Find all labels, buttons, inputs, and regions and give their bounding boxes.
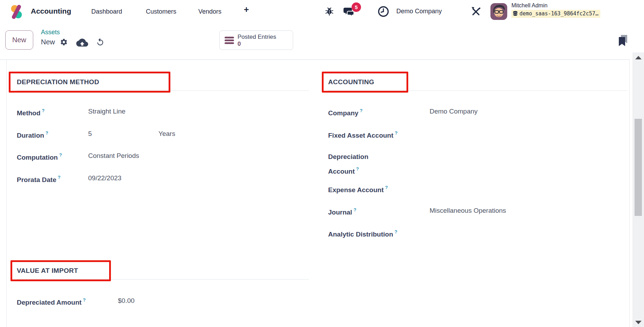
- tools-icon[interactable]: [470, 6, 481, 17]
- user-avatar[interactable]: [490, 3, 507, 20]
- field-label-company: Company?: [328, 107, 363, 118]
- user-name[interactable]: Mitchell Admin: [511, 2, 547, 9]
- posted-entries-count: 0: [238, 41, 241, 47]
- activities-clock-icon[interactable]: [377, 6, 389, 17]
- field-label-depreciation-account: Depreciation Account?: [328, 150, 400, 178]
- debug-bug-icon[interactable]: [325, 7, 334, 16]
- help-icon[interactable]: ?: [354, 207, 356, 212]
- company-switcher[interactable]: Demo Company: [396, 8, 442, 15]
- field-label-duration: Duration?: [17, 129, 48, 140]
- field-label-depreciated-amount: Depreciated Amount?: [17, 296, 86, 307]
- field-value-computation[interactable]: Constant Periods: [88, 151, 139, 160]
- help-icon[interactable]: ?: [45, 130, 48, 136]
- message-count-badge[interactable]: 5: [352, 2, 361, 12]
- help-icon[interactable]: ?: [395, 130, 398, 136]
- form-sheet: [6, 60, 630, 327]
- field-value-depreciated-amount[interactable]: $0.00: [118, 296, 135, 305]
- field-value-analytic-distribution[interactable]: [430, 228, 562, 237]
- database-name: demo_saas-163_9864fc2c57…: [519, 10, 599, 17]
- help-icon[interactable]: ?: [356, 166, 359, 172]
- field-value-journal[interactable]: Miscellaneous Operations: [430, 206, 506, 215]
- field-label-expense-account: Expense Account?: [328, 184, 388, 195]
- discard-undo-icon[interactable]: [96, 38, 105, 46]
- field-value-depreciation-account[interactable]: [430, 150, 562, 159]
- nav-add-menu-button[interactable]: +: [244, 5, 249, 15]
- help-icon[interactable]: ?: [395, 229, 397, 234]
- journal-entries-icon: [225, 36, 234, 44]
- nav-menu-customers[interactable]: Customers: [146, 8, 176, 15]
- breadcrumb: New: [41, 37, 105, 47]
- field-value-fixed-asset-account[interactable]: [430, 129, 562, 138]
- help-icon[interactable]: ?: [58, 175, 61, 180]
- app-name: Accounting: [31, 7, 71, 15]
- scrollbar-up-arrow[interactable]: [635, 56, 642, 59]
- scrollbar-down-arrow[interactable]: [635, 321, 642, 324]
- posted-entries-button[interactable]: Posted Entries 0: [219, 30, 293, 50]
- help-icon[interactable]: ?: [385, 185, 388, 190]
- breadcrumb-assets[interactable]: Assets: [41, 29, 60, 36]
- odoo-logo-icon[interactable]: [9, 5, 23, 19]
- field-label-prorata-date: Prorata Date?: [17, 174, 61, 184]
- field-label-analytic-distribution: Analytic Distribution?: [328, 228, 397, 239]
- field-value-method[interactable]: Straight Line: [88, 107, 126, 116]
- breadcrumb-current: New: [41, 38, 55, 46]
- section-title-value-at-import: VALUE AT IMPORT: [17, 267, 309, 279]
- posted-entries-label: Posted Entries: [238, 34, 276, 40]
- database-icon: [513, 11, 518, 16]
- gear-icon[interactable]: [60, 38, 68, 46]
- new-button[interactable]: New: [5, 30, 33, 50]
- field-label-journal: Journal?: [328, 206, 356, 217]
- field-label-method: Method?: [17, 107, 45, 118]
- help-icon[interactable]: ?: [42, 108, 45, 113]
- field-label-fixed-asset-account: Fixed Asset Account?: [328, 129, 397, 140]
- field-label-computation: Computation?: [17, 151, 62, 162]
- top-navbar: Accounting Dashboard Customers Vendors +…: [0, 0, 644, 23]
- section-title-depreciation-method: DEPRECIATION METHOD: [17, 78, 309, 91]
- nav-menu-dashboard[interactable]: Dashboard: [91, 8, 122, 15]
- database-chip[interactable]: demo_saas-163_9864fc2c57…: [511, 10, 600, 18]
- field-value-prorata-date[interactable]: 09/22/2023: [88, 174, 121, 183]
- field-value-expense-account[interactable]: [430, 184, 562, 192]
- nav-menu-vendors[interactable]: Vendors: [198, 8, 221, 15]
- help-icon[interactable]: ?: [59, 152, 62, 158]
- section-title-accounting: ACCOUNTING: [328, 78, 627, 91]
- cloud-save-icon[interactable]: [76, 37, 88, 47]
- help-icon[interactable]: ?: [83, 297, 86, 303]
- scrollbar-thumb[interactable]: [635, 119, 642, 216]
- field-value-company[interactable]: Demo Company: [430, 107, 477, 116]
- favorite-bookmark-icon[interactable]: [617, 33, 629, 47]
- field-value-duration[interactable]: 5: [88, 129, 92, 138]
- field-unit-duration: Years: [158, 129, 175, 138]
- help-icon[interactable]: ?: [360, 108, 363, 113]
